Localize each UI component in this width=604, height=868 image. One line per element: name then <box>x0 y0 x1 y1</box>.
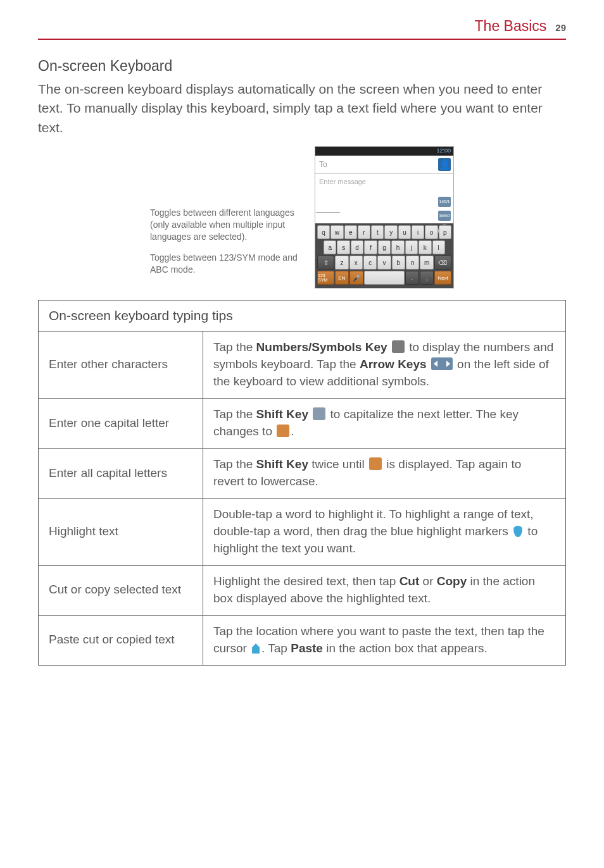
page-header: The Basics 29 <box>38 0 566 40</box>
msg-placeholder: Enter message <box>319 178 366 185</box>
table-row: Paste cut or copied text Tap the locatio… <box>39 615 566 665</box>
table-row: Enter one capital letter Tap the Shift K… <box>39 399 566 449</box>
key-comma[interactable]: , <box>420 271 434 285</box>
key-k[interactable]: k <box>418 240 431 254</box>
onscreen-keyboard[interactable]: q w e r t y u i o p a s d f g h j k l <box>315 223 453 288</box>
key-lang[interactable]: EN <box>335 271 349 285</box>
key-v[interactable]: v <box>377 256 391 270</box>
key-shift[interactable]: ⇧ <box>317 256 334 270</box>
callout-mode: Toggles between 123/SYM mode and ABC mod… <box>150 252 315 276</box>
key-z[interactable]: z <box>335 256 348 270</box>
key-next[interactable]: Next <box>434 271 451 285</box>
key-mic[interactable]: 🎤 <box>349 271 363 285</box>
to-input[interactable]: To <box>318 159 438 170</box>
key-c[interactable]: c <box>363 256 377 270</box>
header-title: The Basics <box>475 18 547 35</box>
status-time: 12:00 <box>436 147 451 154</box>
key-sym[interactable]: 123 SYM <box>317 271 334 285</box>
table-row: Enter other characters Tap the Numbers/S… <box>39 332 566 399</box>
key-u[interactable]: u <box>398 225 411 239</box>
key-h[interactable]: h <box>391 240 404 254</box>
key-g[interactable]: g <box>378 240 391 254</box>
table-heading: On-screen keyboard typing tips <box>39 301 566 332</box>
kbd-row-2: a s d f g h j k l <box>317 240 451 254</box>
key-y[interactable]: y <box>384 225 397 239</box>
key-e[interactable]: e <box>344 225 357 239</box>
numbers-symbols-key-icon <box>392 340 405 353</box>
section-title: On-screen Keyboard <box>38 58 566 75</box>
callouts-column: Toggles between different languages (onl… <box>150 146 315 284</box>
kbd-row-1: q w e r t y u i o p <box>317 225 451 239</box>
key-b[interactable]: b <box>392 256 405 270</box>
row-label: Enter all capital letters <box>39 449 203 499</box>
key-p[interactable]: p <box>439 225 451 239</box>
table-row: Highlight text Double-tap a word to high… <box>39 499 566 566</box>
key-d[interactable]: d <box>351 240 363 254</box>
to-row: To 👤 <box>315 156 453 174</box>
row-label: Enter other characters <box>39 332 203 399</box>
key-f[interactable]: f <box>364 240 377 254</box>
key-o[interactable]: o <box>425 225 437 239</box>
key-s[interactable]: s <box>337 240 349 254</box>
kbd-row-3: ⇧ z x c v b n m ⌫ <box>317 256 451 270</box>
phone-mock: 12:00 To 👤 Enter message 140/1 Send 📎 q … <box>315 146 454 288</box>
row-label: Enter one capital letter <box>39 399 203 449</box>
message-area[interactable]: Enter message 140/1 Send 📎 <box>315 174 453 223</box>
key-n[interactable]: n <box>406 256 419 270</box>
kbd-row-4: 123 SYM EN 🎤 . , Next <box>317 271 451 285</box>
char-count-badge: 140/1 <box>438 197 451 207</box>
row-desc: Double-tap a word to highlight it. To hi… <box>203 499 566 566</box>
key-t[interactable]: t <box>371 225 384 239</box>
key-a[interactable]: a <box>324 240 336 254</box>
key-i[interactable]: i <box>412 225 424 239</box>
row-label: Highlight text <box>39 499 203 566</box>
key-w[interactable]: w <box>330 225 343 239</box>
callout-lang: Toggles between different languages (onl… <box>150 207 315 243</box>
key-dot[interactable]: . <box>405 271 419 285</box>
row-desc: Tap the Shift Key twice until is display… <box>203 449 566 499</box>
table-row: Enter all capital letters Tap the Shift … <box>39 449 566 499</box>
status-bar: 12:00 <box>315 147 453 156</box>
row-desc: Tap the location where you want to paste… <box>203 615 566 665</box>
row-label: Paste cut or copied text <box>39 615 203 665</box>
typing-tips-table: On-screen keyboard typing tips Enter oth… <box>38 300 566 666</box>
shift-active-icon <box>277 425 289 437</box>
arrow-keys-icon <box>431 357 453 370</box>
cursor-marker-icon <box>252 643 260 654</box>
shift-key-icon <box>313 407 325 420</box>
row-desc: Tap the Numbers/Symbols Key to display t… <box>203 332 566 399</box>
table-row: Cut or copy selected text Highlight the … <box>39 566 566 616</box>
row-desc: Tap the Shift Key to capitalize the next… <box>203 399 566 449</box>
key-backspace[interactable]: ⌫ <box>434 256 451 270</box>
section-intro: The on-screen keyboard displays automati… <box>38 80 566 137</box>
highlight-marker-icon <box>513 526 522 537</box>
key-space[interactable] <box>364 271 404 285</box>
key-m[interactable]: m <box>420 256 433 270</box>
contact-icon[interactable]: 👤 <box>438 158 451 171</box>
row-desc: Highlight the desired text, then tap Cut… <box>203 566 566 616</box>
send-button[interactable]: Send <box>438 211 451 221</box>
page-number: 29 <box>555 22 566 33</box>
key-q[interactable]: q <box>317 225 330 239</box>
key-r[interactable]: r <box>358 225 370 239</box>
row-label: Cut or copy selected text <box>39 566 203 616</box>
key-x[interactable]: x <box>349 256 363 270</box>
shift-lock-icon <box>369 457 382 470</box>
key-l[interactable]: l <box>432 240 445 254</box>
keyboard-diagram: Toggles between different languages (onl… <box>38 146 566 288</box>
key-j[interactable]: j <box>405 240 418 254</box>
